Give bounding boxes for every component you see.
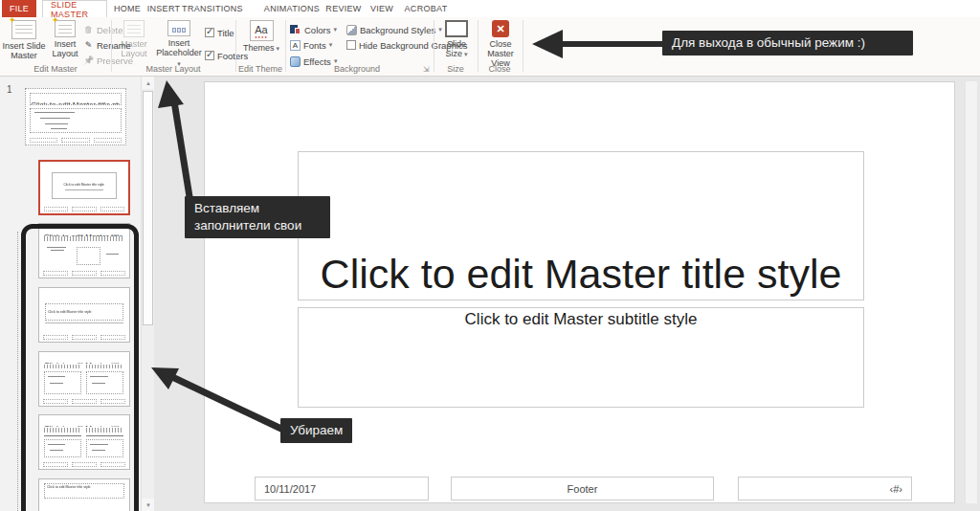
thumbnail-layout-title-content[interactable]: Click to edit Master title style — [38, 223, 130, 278]
edit-theme-group-label: Edit Theme — [235, 64, 285, 75]
themes-button[interactable]: Aa●●●● Themes — [241, 20, 281, 54]
scroll-up-button[interactable]: ▲ — [142, 77, 154, 89]
colors-icon — [290, 25, 301, 35]
close-master-view-button[interactable]: ✕ Close Master View — [479, 20, 522, 68]
annotation-placeholders-note: Вставляем заполнители свои — [185, 196, 330, 238]
delete-icon: 🗑 — [83, 25, 94, 35]
fonts-icon: A — [290, 40, 301, 51]
master-layout-group-label: Master Layout — [111, 64, 235, 75]
insert-slide-master-button[interactable]: ✦ Insert Slide Master — [2, 20, 46, 60]
tab-file[interactable]: FILE — [2, 0, 36, 17]
background-group-label: Background — [285, 64, 429, 75]
insert-slide-master-icon: ✦ — [11, 20, 36, 39]
slide-editing-area: Click to edit Master title style Click t… — [154, 77, 980, 511]
annotation-remove-note: Убираем — [280, 418, 352, 443]
tab-transitions[interactable]: TRANSITIONS — [184, 0, 241, 17]
size-group-label: Size — [434, 64, 478, 75]
colors-button[interactable]: Colors — [290, 23, 337, 36]
background-styles-button[interactable]: Background Styles — [346, 23, 442, 36]
checkbox-checked-icon — [205, 28, 214, 37]
background-dialog-launcher[interactable]: ⇲ — [423, 65, 430, 74]
slide-thumbnail-panel: 1 Click to edit Master title style Click… — [0, 77, 154, 511]
footer-placeholder[interactable]: Footer — [451, 477, 714, 500]
thumbnail-slide-master[interactable]: Click to edit Master title style — [25, 88, 126, 145]
thumbnail-layout-section-header[interactable]: Click to edit Master title style — [38, 287, 130, 343]
scrollbar-thumb[interactable] — [143, 91, 153, 325]
tab-home[interactable]: HOME — [111, 0, 144, 17]
thumbnail-layout-two-content[interactable]: Click to edit Master title style — [38, 351, 130, 407]
close-group-label: Close — [478, 64, 522, 75]
tab-animations[interactable]: ANIMATIONS — [262, 0, 322, 17]
thumbnail-panel-scrollbar[interactable]: ▲ ▼ — [141, 77, 154, 511]
insert-layout-button[interactable]: ✦ Insert Layout — [48, 20, 82, 58]
insert-layout-icon: ✦ — [55, 20, 76, 37]
workspace-scrollbar[interactable] — [965, 81, 977, 503]
checkbox-unchecked-icon — [346, 40, 356, 50]
background-styles-icon — [346, 25, 357, 35]
slide-size-button[interactable]: Slide Size — [439, 20, 474, 59]
tab-view[interactable]: VIEW — [366, 0, 398, 17]
master-layout-button: Master Layout — [115, 20, 153, 58]
ribbon-group-separator — [523, 20, 523, 72]
slide-number-placeholder[interactable]: ‹#› — [738, 477, 912, 500]
slide-number-label: 1 — [7, 84, 12, 95]
panel-guide-line — [17, 232, 18, 511]
edit-master-group-label: Edit Master — [0, 64, 111, 75]
insert-placeholder-icon — [167, 20, 190, 36]
title-placeholder[interactable]: Click to edit Master title style — [298, 151, 864, 300]
tab-insert[interactable]: INSERT — [145, 0, 182, 17]
thumbnail-layout-title-slide[interactable]: Click to edit Master title style — [38, 160, 130, 215]
title-checkbox[interactable]: Title — [205, 26, 234, 39]
scroll-down-button[interactable]: ▼ — [142, 499, 154, 511]
subtitle-placeholder[interactable]: Click to edit Master subtitle style — [298, 307, 864, 408]
master-layout-icon — [123, 20, 145, 37]
themes-icon: Aa●●●● — [250, 20, 274, 41]
date-placeholder[interactable]: 10/11/2017 — [255, 477, 429, 500]
ribbon-tab-bar: FILE SLIDE MASTER HOME INSERT TRANSITION… — [0, 0, 980, 17]
tab-acrobat[interactable]: ACROBAT — [402, 0, 450, 17]
thumbnail-layout-title-only[interactable]: Click to edit Master title style — [38, 478, 130, 511]
close-icon: ✕ — [492, 20, 509, 37]
annotation-exit-note: Для выхода в обычный режим :) — [662, 31, 913, 56]
thumbnail-layout-comparison[interactable]: Click to edit Master title style — [38, 414, 130, 470]
slide-size-icon — [445, 20, 468, 37]
rename-icon: ✎ — [83, 40, 94, 51]
fonts-button[interactable]: A Fonts — [290, 38, 332, 52]
checkbox-checked-icon — [205, 51, 214, 60]
insert-placeholder-button[interactable]: Insert Placeholder — [154, 20, 204, 69]
tab-review[interactable]: REVIEW — [323, 0, 364, 17]
